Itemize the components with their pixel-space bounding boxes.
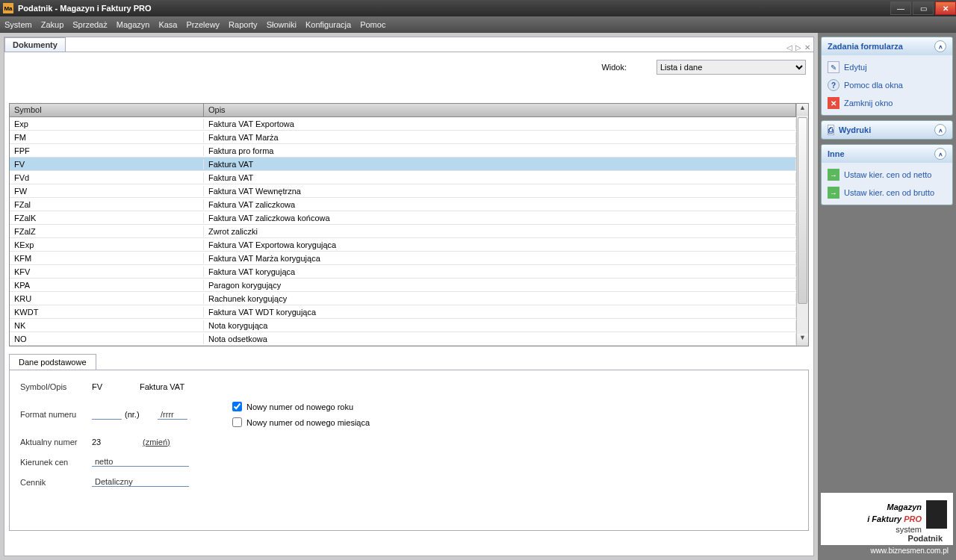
panel-inne-title: Inne [828,149,845,158]
grid-scrollbar[interactable]: ▲ ▼ [796,104,808,346]
panel-zadania-title: Zadania formularza [828,42,903,51]
table-row[interactable]: KExpFaktura VAT Exportowa korygująca [10,238,796,252]
table-row[interactable]: FZalZZwrot zaliczki [10,225,796,238]
symbol-value: FV [92,382,122,391]
cell-opis: Faktura VAT Wewnętrzna [204,186,796,196]
action-edit[interactable]: ✎Edytuj [823,58,951,76]
table-row[interactable]: KRURachunek korygujący [10,292,796,305]
format-prefix-field[interactable] [92,410,122,420]
menu-sprzedaż[interactable]: Sprzedaż [72,20,107,29]
menu-zakup[interactable]: Zakup [41,20,64,29]
chevron-up-icon[interactable]: ʌ [934,124,946,136]
table-row[interactable]: KFVFaktura VAT korygująca [10,265,796,279]
menu-kasa[interactable]: Kasa [158,20,177,29]
zmien-link[interactable]: (zmień) [143,438,170,447]
action-cen-netto[interactable]: →Ustaw kier. cen od netto [823,166,951,184]
tab-next-icon[interactable]: ▷ [795,43,801,52]
table-row[interactable]: FWFaktura VAT Wewnętrzna [10,184,796,198]
cell-symbol: FW [10,186,204,196]
documents-grid: Symbol Opis ExpFaktura VAT ExportowaFMFa… [9,103,809,346]
cell-opis: Faktura VAT Exportowa [204,119,796,129]
tab-prev-icon[interactable]: ◁ [786,43,792,52]
menu-słowniki[interactable]: Słowniki [267,20,297,29]
close-icon: ✕ [828,97,839,109]
action-help[interactable]: ?Pomoc dla okna [823,76,951,94]
table-row[interactable]: FZalFaktura VAT zaliczkowa [10,198,796,211]
tab-dane-podstawowe[interactable]: Dane podstawowe [9,354,96,370]
panel-inne: Inneʌ →Ustaw kier. cen od netto →Ustaw k… [821,144,953,205]
table-row[interactable]: FVdFaktura VAT [10,171,796,184]
cell-symbol: NK [10,320,204,331]
help-icon: ? [828,79,839,91]
close-button[interactable]: ✕ [935,1,956,15]
chevron-up-icon[interactable]: ʌ [934,40,946,52]
action-close-window[interactable]: ✕Zamknij okno [823,94,951,112]
table-row[interactable]: NKNota korygująca [10,319,796,332]
arrow-right-icon: → [828,169,839,181]
window-title: Podatnik - Magazyn i Faktury PRO [18,4,151,13]
silhouette-icon [926,500,947,529]
cennik-label: Cennik [20,478,92,487]
table-row[interactable]: ExpFaktura VAT Exportowa [10,117,796,131]
table-row[interactable]: NONota odsetkowa [10,332,796,346]
tab-dokumenty[interactable]: Dokumenty [4,37,66,52]
chk-new-year[interactable]: Nowy numer od nowego roku [232,402,370,411]
panel-wydruki-title: Wydruki [839,125,934,134]
menu-przelewy[interactable]: Przelewy [186,20,220,29]
cell-opis: Faktura VAT [204,172,796,183]
format-suffix-field[interactable]: /rrrr [158,410,187,420]
cell-opis: Faktura VAT korygująca [204,267,796,277]
scroll-thumb[interactable] [798,117,807,304]
cell-opis: Paragon korygujący [204,280,796,290]
widok-select[interactable]: Lista i dane [657,60,806,75]
table-row[interactable]: FPFFaktura pro forma [10,144,796,158]
chevron-up-icon[interactable]: ʌ [934,148,946,160]
opis-value: Faktura VAT [140,382,184,391]
cell-symbol: FZal [10,199,204,210]
kierunek-cen-field[interactable]: netto [92,457,189,467]
table-row[interactable]: FZalKFaktura VAT zaliczkowa końcowa [10,211,796,225]
detail-panel: Symbol/Opis FV Faktura VAT Format numeru… [9,370,809,531]
cell-opis: Nota korygująca [204,320,796,331]
cell-opis: Faktura VAT zaliczkowa końcowa [204,213,796,223]
maximize-button[interactable]: ▭ [913,1,934,15]
aktualny-numer-value: 23 [92,438,122,447]
symbol-opis-label: Symbol/Opis [20,382,92,391]
tab-close-icon[interactable]: ✕ [804,43,810,52]
cell-symbol: FZalK [10,213,204,223]
aktualny-numer-label: Aktualny numer [20,438,92,447]
cell-opis: Rachunek korygujący [204,293,796,304]
scroll-down-icon[interactable]: ▼ [797,334,808,346]
col-header-opis[interactable]: Opis [204,104,796,116]
chk-new-month[interactable]: Nowy numer od nowego miesiąca [232,417,370,427]
kierunek-cen-label: Kierunek cen [20,458,92,467]
menu-system[interactable]: System [4,20,32,29]
table-row[interactable]: FMFaktura VAT Marża [10,131,796,144]
table-row[interactable]: KWDTFaktura VAT WDT korygująca [10,305,796,319]
cell-symbol: FZalZ [10,226,204,237]
cell-symbol: KRU [10,293,204,304]
site-url: www.biznesmen.com.pl [821,545,953,556]
cell-opis: Zwrot zaliczki [204,226,796,237]
cell-symbol: KExp [10,240,204,250]
table-row[interactable]: FVFaktura VAT [10,158,796,171]
col-header-symbol[interactable]: Symbol [10,104,204,116]
cell-opis: Nota odsetkowa [204,334,796,344]
menu-magazyn[interactable]: Magazyn [117,20,150,29]
cell-opis: Faktura VAT [204,159,796,169]
table-row[interactable]: KPAParagon korygujący [10,279,796,292]
menu-pomoc[interactable]: Pomoc [360,20,385,29]
action-cen-brutto[interactable]: →Ustaw kier. cen od brutto [823,184,951,202]
table-row[interactable]: KFMFaktura VAT Marża korygująca [10,252,796,265]
menu-konfiguracja[interactable]: Konfiguracja [305,20,351,29]
arrow-right-icon: → [828,187,839,199]
cell-symbol: KFM [10,253,204,264]
menu-raporty[interactable]: Raporty [229,20,258,29]
edit-icon: ✎ [828,61,839,73]
app-icon: Ma [3,3,13,13]
cell-symbol: KPA [10,280,204,290]
nr-brace: (nr.) [125,410,155,419]
scroll-up-icon[interactable]: ▲ [797,104,808,116]
minimize-button[interactable]: — [890,1,911,15]
cennik-field[interactable]: Detaliczny [92,477,189,487]
